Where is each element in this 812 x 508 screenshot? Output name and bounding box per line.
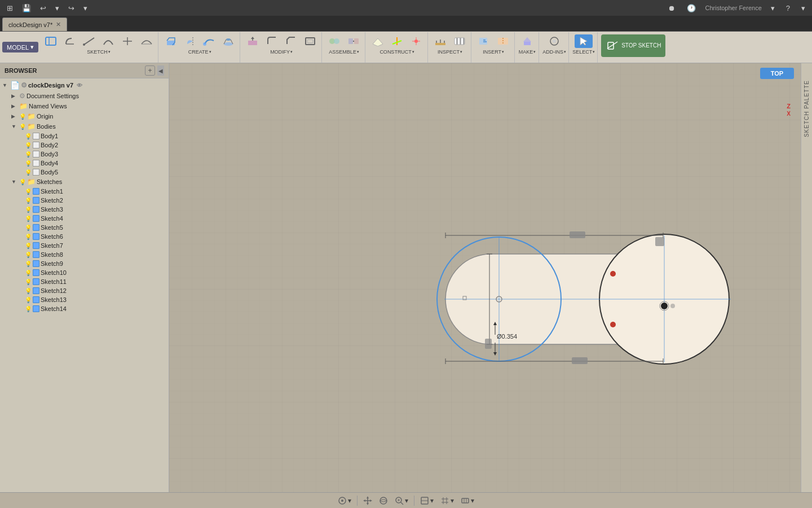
zebra-button[interactable] [451, 34, 469, 48]
insert-btn1[interactable] [475, 34, 493, 48]
svg-marker-17 [251, 37, 254, 39]
view-cube[interactable]: TOP [760, 68, 794, 102]
chamfer-button[interactable] [282, 34, 300, 48]
tree-item-body3[interactable]: 💡 Body3 [0, 150, 169, 159]
construct-label: CONSTRUCT ▾ [379, 49, 414, 55]
tree-item-sketch6[interactable]: 💡 Sketch6 [0, 232, 169, 241]
make-btn1[interactable] [518, 34, 536, 48]
redo-button[interactable]: ↪ [66, 3, 77, 14]
snap-btn[interactable]: ▾ [336, 495, 354, 506]
tree-item-sketch11[interactable]: 💡 Sketch11 [0, 277, 169, 286]
tree-item-named-views[interactable]: ▶ 📁 Named Views [0, 101, 169, 111]
tree-item-sketch2[interactable]: 💡 Sketch2 [0, 196, 169, 205]
construct-btn1[interactable] [369, 34, 387, 48]
svg-marker-91 [363, 500, 365, 502]
loft-button[interactable] [219, 34, 237, 48]
construct-btn2[interactable] [388, 34, 406, 48]
tree-item-document-settings[interactable]: ▶ ⚙ Document Settings [0, 91, 169, 101]
user-dropdown[interactable]: ▾ [769, 3, 777, 14]
assemble-btn2[interactable] [345, 34, 363, 48]
revolve-button[interactable] [181, 34, 199, 48]
construct-btn3[interactable] [407, 34, 425, 48]
tree-item-body4[interactable]: 💡 Body4 [0, 159, 169, 168]
select-button[interactable] [575, 34, 593, 48]
sketch7-icon [33, 242, 39, 249]
browser-add-button[interactable]: + [145, 65, 155, 76]
assemble-btn1[interactable] [325, 34, 343, 48]
svg-rect-38 [456, 38, 458, 45]
arc-button[interactable] [99, 34, 117, 48]
tree-item-sketch14[interactable]: 💡 Sketch14 [0, 304, 169, 313]
tree-item-sketch10[interactable]: 💡 Sketch10 [0, 268, 169, 277]
view-cube-top[interactable]: TOP [760, 68, 794, 79]
canvas-area[interactable]: Ø0.354 TOP Z X SKETCH PALETTE [169, 63, 812, 492]
grid-btn[interactable]: ▾ [438, 495, 456, 506]
grid-menu-button[interactable]: ⊞ [5, 3, 15, 14]
save-button[interactable]: 💾 [20, 3, 33, 14]
press-pull-button[interactable] [244, 34, 262, 48]
units-btn[interactable]: ▾ [458, 495, 476, 506]
tree-item-sketch7[interactable]: 💡 Sketch7 [0, 241, 169, 250]
tree-root[interactable]: ▼ 📄 ⚙ clockDesign v7 👁 [0, 80, 169, 91]
sketch3-label: Sketch3 [41, 206, 63, 213]
z-axis-label: Z [787, 103, 791, 110]
measure-icon [434, 36, 447, 47]
orbit-btn[interactable] [377, 495, 390, 506]
sweep-button[interactable] [200, 34, 218, 48]
sketch8-icon [33, 251, 39, 258]
insert-btn2[interactable] [494, 34, 512, 48]
sketch12-eye: 💡 [25, 288, 32, 294]
addins-btn1[interactable] [545, 34, 563, 48]
svg-line-52 [607, 42, 617, 49]
tangent-button[interactable] [138, 34, 156, 48]
line-button[interactable] [80, 34, 98, 48]
help-button[interactable]: ? [784, 3, 792, 14]
tree-item-sketch3[interactable]: 💡 Sketch3 [0, 205, 169, 214]
display-mode-btn[interactable]: ▾ [418, 495, 436, 506]
sketch3-icon [33, 206, 39, 213]
tree-item-sketch1[interactable]: 💡 Sketch1 [0, 187, 169, 196]
titlebar-left: ⊞ 💾 ↩ ▾ ↪ ▾ [5, 3, 90, 14]
shell-button[interactable] [301, 34, 319, 48]
tree-item-sketch13[interactable]: 💡 Sketch13 [0, 295, 169, 304]
tree-item-bodies[interactable]: ▼ 💡 📁 Bodies [0, 121, 169, 132]
model-button[interactable]: MODEL ▾ [2, 42, 38, 52]
tree-item-body1[interactable]: 💡 Body1 [0, 132, 169, 141]
tree-item-sketch4[interactable]: 💡 Sketch4 [0, 214, 169, 223]
browser-collapse-button[interactable]: ◀ [157, 65, 164, 76]
undo-button[interactable]: ↩ [38, 3, 48, 14]
measure-button[interactable] [431, 34, 449, 48]
fillet-button[interactable] [61, 34, 79, 48]
help-dropdown[interactable]: ▾ [799, 3, 807, 14]
clock-button[interactable]: 🕐 [685, 3, 698, 14]
tab-close-button[interactable]: ✕ [56, 21, 61, 28]
named-views-label: Named Views [29, 103, 67, 110]
tree-item-sketches[interactable]: ▼ 💡 📁 Sketches [0, 177, 169, 187]
sketch4-icon [33, 215, 39, 222]
redo-dropdown[interactable]: ▾ [81, 3, 90, 14]
sketch-create-button[interactable] [42, 34, 60, 48]
tree-item-sketch9[interactable]: 💡 Sketch9 [0, 259, 169, 268]
record-button[interactable]: ⏺ [666, 3, 678, 14]
tree-item-sketch5[interactable]: 💡 Sketch5 [0, 223, 169, 232]
tree-item-origin[interactable]: ▶ 💡 📁 Origin [0, 111, 169, 121]
svg-point-88 [341, 500, 343, 502]
zoom-btn[interactable]: ▾ [392, 495, 411, 506]
tree-item-sketch8[interactable]: 💡 Sketch8 [0, 250, 169, 259]
tree-item-sketch12[interactable]: 💡 Sketch12 [0, 286, 169, 295]
tree-item-body5[interactable]: 💡 Body5 [0, 168, 169, 177]
axis-construct-icon [390, 36, 404, 47]
svg-marker-47 [523, 37, 531, 42]
extrude-button[interactable] [162, 34, 180, 48]
pan-btn[interactable] [361, 495, 374, 506]
titlebar: ⊞ 💾 ↩ ▾ ↪ ▾ ⏺ 🕐 Christopher Ference ▾ ? … [0, 0, 812, 16]
undo-dropdown[interactable]: ▾ [53, 3, 61, 14]
point-button[interactable] [118, 34, 136, 48]
tree-item-body2[interactable]: 💡 Body2 [0, 141, 169, 150]
fillet2-button[interactable] [263, 34, 281, 48]
select-row [575, 34, 593, 48]
stop-sketch-button[interactable]: STOP SKETCH [601, 34, 665, 57]
active-tab[interactable]: clockDesign v7* ✕ [2, 17, 67, 31]
toolbar-group-insert: INSERT ▾ [473, 32, 515, 63]
root-collapse-arrow: ▼ [2, 82, 9, 88]
